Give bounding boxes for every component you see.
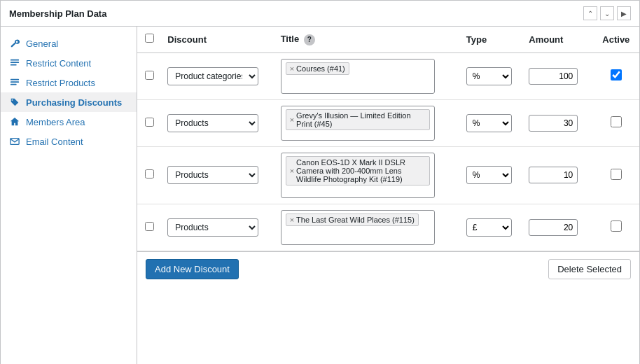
svg-rect-4	[11, 81, 19, 83]
row1-amount-input[interactable]	[529, 68, 578, 85]
row1-tag: × Courses (#41)	[286, 62, 349, 75]
restrict-content-icon	[9, 57, 20, 69]
titlebar-up-button[interactable]: ⌃	[583, 6, 597, 20]
sidebar-item-general[interactable]: General	[1, 34, 137, 53]
sidebar-item-restrict-products-label: Restrict Products	[26, 78, 95, 88]
svg-rect-0	[11, 59, 19, 61]
row3-discount-select[interactable]: Product categories Products	[167, 166, 258, 184]
sidebar-item-email-content-label: Email Content	[26, 136, 83, 147]
row4-tag-remove[interactable]: ×	[290, 216, 294, 224]
row3-active-cell	[593, 146, 639, 204]
svg-rect-6	[11, 139, 19, 145]
row3-amount-input[interactable]	[529, 167, 578, 183]
main-content: Discount Title ? Type Amount	[137, 27, 639, 364]
restrict-products-icon	[9, 77, 20, 88]
row3-discount-type-cell: Product categories Products	[162, 146, 274, 204]
row1-type-select[interactable]: % £	[466, 67, 512, 85]
sidebar-item-restrict-products[interactable]: Restrict Products	[1, 73, 137, 92]
row3-active-checkbox[interactable]	[611, 169, 622, 180]
row2-tag-remove[interactable]: ×	[290, 115, 294, 124]
sidebar-item-email-content[interactable]: Email Content	[1, 132, 137, 151]
row2-tag-input[interactable]: × Grevy's Illusion — Limited Edition Pri…	[281, 106, 435, 141]
row3-type-cell: % £	[461, 146, 523, 204]
row4-tag: × The Last Great Wild Places (#115)	[286, 214, 419, 226]
titlebar-expand-button[interactable]: ▶	[617, 6, 631, 20]
row4-check-cell	[137, 204, 162, 251]
row1-title-cell: × Courses (#41)	[275, 52, 461, 99]
delete-selected-button[interactable]: Delete Selected	[548, 259, 631, 279]
table-row: Product categories Products × Grevy's Il…	[137, 99, 639, 146]
help-icon[interactable]: ?	[304, 34, 315, 46]
row1-tag-remove[interactable]: ×	[290, 64, 294, 73]
row1-active-checkbox[interactable]	[611, 69, 622, 80]
col-header-checkbox	[137, 27, 162, 52]
row1-tag-input[interactable]: × Courses (#41)	[281, 59, 435, 94]
col-header-title: Title ?	[275, 27, 461, 52]
table-row: Product categories Products × The Last G…	[137, 204, 639, 251]
svg-rect-1	[11, 62, 19, 63]
row3-amount-cell	[523, 146, 592, 204]
row2-amount-cell	[523, 99, 592, 146]
titlebar-controls: ⌃ ⌄ ▶	[583, 6, 631, 20]
row4-amount-cell	[523, 204, 592, 251]
window-body: General Restrict Content Restrict Produc…	[1, 27, 639, 364]
row2-discount-type-cell: Product categories Products	[162, 99, 274, 146]
table-row: Product categories Products × Courses (#…	[137, 52, 639, 99]
row2-amount-input[interactable]	[529, 115, 578, 132]
row1-active-cell	[593, 52, 639, 99]
col-header-discount: Discount	[162, 27, 274, 52]
sidebar-item-restrict-content-label: Restrict Content	[26, 58, 91, 69]
row4-active-checkbox[interactable]	[611, 220, 622, 232]
svg-rect-5	[11, 84, 17, 85]
row4-title-cell: × The Last Great Wild Places (#115)	[275, 204, 461, 251]
col-header-type: Type	[461, 27, 523, 52]
row4-checkbox[interactable]	[145, 222, 154, 231]
wrench-icon	[9, 38, 20, 49]
sidebar-item-members-area-label: Members Area	[26, 117, 85, 127]
sidebar-item-restrict-content[interactable]: Restrict Content	[1, 53, 137, 73]
row4-active-cell	[593, 204, 639, 251]
titlebar-down-button[interactable]: ⌄	[600, 6, 614, 20]
row2-discount-select[interactable]: Product categories Products	[167, 114, 258, 132]
window-title: Membership Plan Data	[9, 8, 106, 19]
row2-checkbox[interactable]	[145, 118, 154, 127]
svg-rect-2	[11, 64, 17, 66]
row1-checkbox[interactable]	[145, 71, 154, 80]
row4-amount-input[interactable]	[529, 219, 578, 236]
row2-active-cell	[593, 99, 639, 146]
row1-amount-cell	[523, 52, 592, 99]
row4-type-select[interactable]: % £	[466, 218, 512, 237]
select-all-checkbox[interactable]	[145, 34, 154, 43]
row1-check-cell	[137, 52, 162, 99]
membership-plan-window: Membership Plan Data ⌃ ⌄ ▶ General Restr…	[0, 0, 640, 364]
row4-discount-type-cell: Product categories Products	[162, 204, 274, 251]
row1-type-cell: % £	[461, 52, 523, 99]
row3-type-select[interactable]: % £	[466, 166, 512, 184]
row3-tag-input[interactable]: × Canon EOS-1D X Mark II DSLR Camera wit…	[281, 153, 435, 198]
add-new-discount-button[interactable]: Add New Discount	[146, 259, 239, 279]
row3-checkbox[interactable]	[145, 169, 154, 178]
row2-active-checkbox[interactable]	[611, 116, 622, 127]
sidebar-item-purchasing-discounts[interactable]: Purchasing Discounts	[1, 92, 137, 112]
row4-discount-select[interactable]: Product categories Products	[167, 218, 258, 237]
row3-check-cell	[137, 146, 162, 204]
row1-discount-select[interactable]: Product categories Products	[167, 67, 258, 85]
house-icon	[9, 116, 20, 127]
titlebar: Membership Plan Data ⌃ ⌄ ▶	[1, 1, 639, 27]
footer-bar: Add New Discount Delete Selected	[137, 251, 639, 286]
row3-tag: × Canon EOS-1D X Mark II DSLR Camera wit…	[286, 156, 430, 186]
row2-check-cell	[137, 99, 162, 146]
envelope-icon	[9, 136, 20, 147]
svg-rect-3	[11, 79, 19, 80]
row3-title-cell: × Canon EOS-1D X Mark II DSLR Camera wit…	[275, 146, 461, 204]
discounts-table: Discount Title ? Type Amount	[137, 27, 639, 251]
row4-tag-input[interactable]: × The Last Great Wild Places (#115)	[281, 210, 435, 245]
sidebar-item-members-area[interactable]: Members Area	[1, 112, 137, 132]
row2-type-select[interactable]: % £	[466, 114, 512, 132]
sidebar-item-general-label: General	[26, 38, 58, 49]
row2-tag: × Grevy's Illusion — Limited Edition Pri…	[286, 109, 430, 130]
row3-tag-remove[interactable]: ×	[290, 167, 294, 175]
tag-icon	[9, 97, 20, 108]
col-header-active: Active	[593, 27, 639, 52]
sidebar-item-purchasing-discounts-label: Purchasing Discounts	[26, 97, 122, 108]
